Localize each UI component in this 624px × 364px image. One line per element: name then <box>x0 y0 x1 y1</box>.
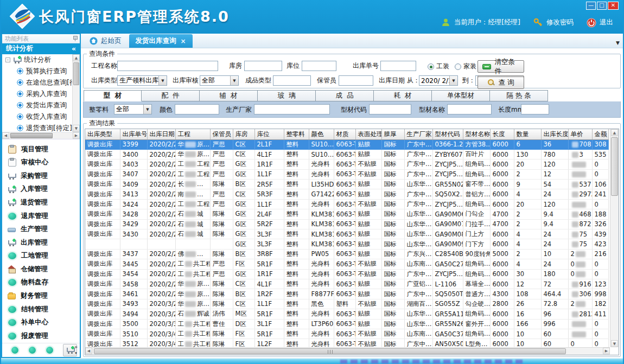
color-input[interactable] <box>175 104 219 114</box>
column-header[interactable]: 长度 <box>490 129 514 139</box>
scroll-down-icon[interactable]: ▼ <box>73 125 80 132</box>
column-header[interactable]: 膜厚 <box>381 129 404 139</box>
material-tab-6[interactable]: 单体型材 <box>432 90 490 101</box>
close-tab-icon[interactable]: × <box>181 37 186 45</box>
tree-item-2[interactable]: 采购入库查询 <box>2 88 72 100</box>
table-row[interactable]: 调拨出库34092020/2/25长…陈琳B区2R5F整料LI35HD6063-… <box>85 180 608 189</box>
scroll-up-icon[interactable]: ▲ <box>73 54 80 61</box>
column-header[interactable]: 生产厂家 <box>404 129 432 139</box>
column-header[interactable]: 库房 <box>233 129 254 139</box>
sidebar-item-14[interactable]: 报废管理 <box>2 329 80 343</box>
audit-select[interactable]: 全部▼ <box>200 75 239 86</box>
column-header[interactable]: 金额 <box>592 129 608 139</box>
material-tab-1[interactable]: 配 件 <box>142 90 200 101</box>
material-tab-5[interactable]: 耗 材 <box>374 90 432 101</box>
radio-gongzhuang[interactable]: 工装 <box>428 62 449 71</box>
table-row[interactable]: 调拨出库34072020/2/25工工程严思G区1L1F整料光身料6063-T5… <box>85 169 608 179</box>
sidebar-overflow-button[interactable]: » ▾ <box>74 344 78 356</box>
column-header[interactable]: 库位 <box>254 129 284 139</box>
material-tab-0[interactable]: 型 材 <box>84 90 142 101</box>
grid-vscroll-thumb[interactable] <box>611 137 618 196</box>
minimize-button[interactable]: — <box>586 2 596 10</box>
table-row[interactable]: 调拨出库34032020/2/25工工程严思G区1R1F整料光身料6063-T5… <box>85 159 608 169</box>
column-header[interactable]: 颜色 <box>309 129 334 139</box>
grid-horizontal-scrollbar[interactable]: ◀ ▶ <box>85 347 610 355</box>
radio-jiazhuang[interactable]: 家装 <box>455 62 476 71</box>
table-row[interactable]: 调拨出库34132020/2/26南…严思C区5R3F整料G714226063-… <box>85 189 608 199</box>
collapse-icon[interactable]: « <box>72 44 76 53</box>
sidebar-item-4[interactable]: 退货管理 <box>2 196 80 209</box>
column-header[interactable]: 出库单号 <box>120 129 147 139</box>
location-input[interactable] <box>302 61 336 71</box>
out-type-select[interactable]: 生产领料出库▼ <box>117 75 167 86</box>
tab-1[interactable]: 发货出库查询× <box>129 34 193 48</box>
column-header[interactable]: 表面处理 <box>355 129 381 139</box>
scroll-down-icon[interactable]: ▼ <box>611 340 618 347</box>
sidebar-item-7[interactable]: 出库管理 <box>2 236 80 250</box>
change-password-link[interactable]: 修改密码 <box>546 18 574 27</box>
column-header[interactable]: 工程 <box>175 129 210 139</box>
sidebar-item-12[interactable]: 结转管理 <box>2 303 80 316</box>
tree-vscroll-thumb[interactable] <box>73 62 79 85</box>
sidebar-item-3[interactable]: 入库管理 <box>2 183 80 196</box>
table-row[interactable]: 调拨出库34372020/2/27佛…陈琳B区3R8F整料PW056063-T5… <box>85 249 608 259</box>
sidebar-item-5[interactable]: 退库管理 <box>2 209 80 223</box>
query-button[interactable]: 查 询 <box>477 76 524 89</box>
profile-name-input[interactable] <box>447 104 492 114</box>
sidebar-item-9[interactable]: 仓储管理 <box>2 263 80 276</box>
table-row[interactable]: 调拨出库35102020/3/4工共工程陈琳F区5R1F整料光身料6063-T5… <box>85 329 608 339</box>
tree-hscroll-thumb[interactable] <box>10 133 53 138</box>
column-header[interactable]: 数量 <box>514 129 541 139</box>
logout-link[interactable]: 退出 <box>600 18 613 27</box>
column-header[interactable]: 保管员 <box>210 129 233 139</box>
scroll-left-icon[interactable]: ◀ <box>85 348 92 354</box>
grid-hscroll-thumb[interactable] <box>94 348 566 354</box>
table-row[interactable]: 调拨出库34542020/2/28工共工程严思G区1R1F整料光身料6063-T… <box>85 269 608 279</box>
tab-0[interactable]: 起始页 <box>83 34 128 48</box>
sidebar-item-6[interactable]: 生产管理 <box>2 222 80 236</box>
column-header[interactable]: 单价 <box>568 129 592 139</box>
material-tab-2[interactable]: 辅 材 <box>200 90 258 101</box>
scroll-right-icon[interactable]: ▶ <box>73 132 80 139</box>
quick-dot-icon[interactable] <box>46 347 53 354</box>
sidebar-item-1[interactable]: 审核中心 <box>2 156 80 169</box>
tree-root-item[interactable]: -统计分析 <box>2 54 72 66</box>
material-tab-7[interactable]: 隔 热 条 <box>490 90 548 101</box>
column-header[interactable]: 整零料 <box>284 129 309 139</box>
table-row[interactable]: 调拨出库34932020/3/2华原…陈琳C区1L1F整料黑色塑料不贴膜国标湖南… <box>85 299 608 309</box>
column-header[interactable]: 出库日期 <box>147 129 175 139</box>
sidebar-item-10[interactable]: 物料盘存 <box>2 276 80 290</box>
sidebar-item-11[interactable]: 财务管理 <box>2 289 80 303</box>
tree-item-4[interactable]: 收货入库查询 <box>2 111 72 123</box>
quick-dot-icon[interactable] <box>11 347 18 354</box>
date-from-select[interactable]: 2020/ 2/16▼ <box>419 75 458 86</box>
table-row[interactable]: 调拨出库34002020/2/25华原…严思C区4L1F整料SU10…6063-… <box>85 149 608 159</box>
column-header[interactable]: 材质 <box>334 129 355 139</box>
column-header[interactable]: 出库长度 <box>541 129 568 139</box>
grid-vertical-scrollbar[interactable]: ▲ ▼ <box>610 129 619 347</box>
sidebar-item-8[interactable]: 工地管理 <box>2 249 80 263</box>
quick-dot-icon[interactable] <box>29 347 36 354</box>
table-row[interactable]: 调拨出库34452020/2/27工共工程严思F区5R1F整料光身料6063-T… <box>85 259 608 269</box>
tree-item-5[interactable]: 退货查询[待定] <box>2 123 72 132</box>
project-name-input[interactable] <box>117 61 218 71</box>
clear-conditions-button[interactable]: 清空条件 <box>477 60 524 73</box>
keeper-input[interactable] <box>339 75 373 86</box>
column-header[interactable]: 型材代码 <box>432 129 463 139</box>
table-row[interactable]: 调拨出库34942020/3/2石辉诚汤伟M区5R1F整料光身料6063-T5贴… <box>85 309 608 319</box>
close-button[interactable]: ✕ <box>608 2 619 10</box>
whole-part-select[interactable]: 全部▼ <box>114 104 152 114</box>
profile-code-input[interactable] <box>369 104 411 114</box>
order-no-input[interactable] <box>380 61 416 71</box>
scroll-up-icon[interactable]: ▲ <box>611 129 618 136</box>
material-tab-4[interactable]: 成 品 <box>316 90 374 101</box>
table-row[interactable]: 调拨出库34582020/2/28华原…陈琳C区4L1F整料光身料6063-T5… <box>85 279 608 289</box>
material-tab-3[interactable]: 玻 璃 <box>258 90 316 101</box>
table-row[interactable]: G区3L3F整料KLM38176063-T5贴膜国标山东华…GA90M09.门下… <box>85 239 608 249</box>
tree-horizontal-scrollbar[interactable]: ◀ ▶ <box>2 132 80 139</box>
table-row[interactable]: 调拨出库34612020/2/28华原…陈琳B区1R2F整料F8877FT606… <box>85 289 608 299</box>
column-header[interactable]: 型材名称 <box>463 129 490 139</box>
column-header[interactable]: 出库类型 <box>85 129 120 139</box>
table-row[interactable]: 调拨出库33992020/2/25华原…严思C区2L1F整料SU10…6063-… <box>85 139 608 149</box>
tree-item-3[interactable]: 发货出库查询 <box>2 100 72 111</box>
